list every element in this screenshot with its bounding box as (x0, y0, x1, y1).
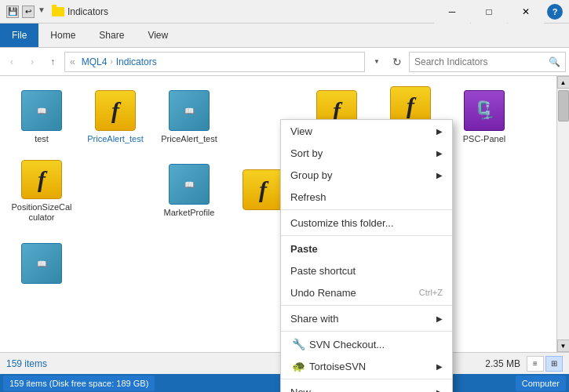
breadcrumb: « MQL4 › Indicators (70, 56, 157, 67)
file-name: MarketProfile (164, 208, 215, 218)
spacer (449, 156, 520, 227)
crumb-indicators[interactable]: Indicators (116, 56, 157, 67)
undo-icon[interactable]: ↩ (22, 5, 35, 18)
tortoise-icon: 🐢 (290, 360, 306, 372)
winrar-icon: 🗜️ (464, 90, 505, 131)
scroll-down-button[interactable]: ▼ (557, 339, 570, 352)
titlebar-quick-access: 💾 ↩ ▼ (6, 5, 46, 18)
menu-item-paste[interactable]: Paste (281, 238, 452, 260)
chevron-right-icon: ▶ (436, 362, 443, 371)
ribbon-tabs: File Home Share View (0, 24, 569, 47)
help-button[interactable]: ? (547, 4, 563, 20)
context-menu: View ▶ Sort by ▶ Group by ▶ Refresh Cust… (280, 119, 453, 392)
scrollbar[interactable]: ▲ ▼ (556, 76, 569, 352)
taskbar-computer[interactable]: Computer (516, 376, 566, 391)
menu-item-sort-by[interactable]: Sort by ▶ (281, 142, 452, 164)
menu-item-refresh[interactable]: Refresh (281, 186, 452, 208)
file-name: PriceAlert_test (161, 134, 217, 144)
menu-item-new[interactable]: New ▶ (281, 381, 452, 392)
menu-item-label: Refresh (290, 191, 443, 203)
minimize-button[interactable]: ─ (434, 0, 470, 24)
list-item[interactable]: 📖 test (6, 82, 77, 153)
script-icon: f (95, 90, 136, 131)
menu-divider (281, 331, 452, 332)
view-toggle: ≡ ⊞ (527, 356, 563, 372)
list-item[interactable]: 📖 MarketProfile (154, 156, 224, 227)
menu-item-paste-shortcut[interactable]: Paste shortcut (281, 260, 452, 281)
crumb-mql4[interactable]: MQL4 (82, 56, 108, 67)
scroll-up-button[interactable]: ▲ (557, 76, 570, 89)
refresh-button[interactable]: ↻ (388, 53, 406, 71)
search-icon: 🔍 (549, 56, 560, 67)
menu-divider (281, 209, 452, 210)
tab-file[interactable]: File (0, 24, 38, 47)
statusbar-right: 2.35 MB ≡ ⊞ (485, 356, 563, 372)
window-title: Indicators (67, 6, 434, 17)
computer-label: Computer (522, 379, 560, 388)
menu-divider (281, 379, 452, 379)
chevron-right-icon: ▶ (436, 388, 443, 393)
tab-view[interactable]: View (136, 24, 180, 47)
list-item[interactable]: 📖 (6, 230, 77, 300)
grid-view-button[interactable]: ⊞ (545, 356, 563, 372)
svn-icon: 🔧 (290, 338, 306, 350)
menu-item-tortoise-svn[interactable]: 🐢 TortoiseSVN ▶ (281, 355, 452, 377)
addressbar: ‹ › ↑ « MQL4 › Indicators ▼ ↻ 🔍 (0, 48, 569, 76)
menu-item-label: New (290, 387, 436, 393)
tab-home[interactable]: Home (38, 24, 87, 47)
maximize-button[interactable]: □ (471, 0, 507, 24)
menu-divider (281, 235, 452, 236)
menu-item-label: View (290, 125, 436, 137)
details-view-button[interactable]: ≡ (527, 356, 544, 372)
menu-item-label: Group by (290, 169, 436, 181)
menu-item-group-by[interactable]: Group by ▶ (281, 164, 452, 186)
menu-item-share-with[interactable]: Share with ▶ (281, 307, 452, 329)
list-item[interactable]: 📖 PriceAlert_test (154, 82, 224, 153)
up-button[interactable]: ↑ (44, 53, 61, 71)
search-input[interactable] (414, 56, 549, 67)
chevron-down-icon[interactable]: ▼ (38, 5, 46, 18)
shortcut-label: Ctrl+Z (419, 288, 443, 297)
list-item[interactable]: f PositionSizeCalculator (6, 156, 77, 227)
book-icon: 📖 (21, 90, 62, 131)
taskbar-detail: 159 items (Disk free space: 189 GB) (3, 376, 155, 391)
menu-item-label: Paste (290, 243, 443, 255)
menu-item-label: Undo Rename (290, 287, 419, 299)
list-item[interactable]: 🗜️ PSC-Panel (449, 82, 520, 153)
menu-divider (281, 305, 452, 306)
crumb-arrow: › (110, 57, 112, 66)
close-button[interactable]: ✕ (508, 0, 544, 24)
crumb-separator: « (70, 56, 75, 67)
chevron-right-icon: ▶ (436, 127, 443, 136)
file-name: PositionSizeCalculator (10, 202, 73, 223)
dropdown-button[interactable]: ▼ (368, 53, 385, 71)
main-area: 📖 test f PriceAlert_test 📖 PriceAlert_te… (0, 76, 569, 352)
menu-item-customize[interactable]: Customize this folder... (281, 212, 452, 234)
menu-item-label: Sort by (290, 147, 436, 159)
menu-item-label: SVN Checkout... (309, 339, 443, 350)
list-item[interactable]: f PriceAlert_test (80, 82, 151, 153)
file-grid: 📖 test f PriceAlert_test 📖 PriceAlert_te… (0, 76, 556, 352)
book-icon: 📖 (21, 243, 62, 284)
tab-share[interactable]: Share (87, 24, 136, 47)
address-box[interactable]: « MQL4 › Indicators (64, 52, 365, 72)
menu-item-view[interactable]: View ▶ (281, 120, 452, 142)
taskbar-detail-text: 159 items (Disk free space: 189 GB) (9, 379, 148, 388)
menu-item-undo-rename[interactable]: Undo Rename Ctrl+Z (281, 281, 452, 303)
scroll-thumb[interactable] (558, 90, 569, 122)
forward-button[interactable]: › (24, 53, 41, 71)
window-controls: ─ □ ✕ (434, 0, 544, 24)
menu-item-label: Customize this folder... (290, 217, 443, 229)
item-count: 159 items (6, 358, 47, 369)
menu-item-svn-checkout[interactable]: 🔧 SVN Checkout... (281, 333, 452, 355)
menu-item-label: TortoiseSVN (309, 361, 436, 372)
chevron-right-icon: ▶ (436, 149, 443, 158)
script-icon: f (243, 169, 283, 210)
ribbon: File Home Share View (0, 24, 569, 48)
save-icon[interactable]: 💾 (6, 5, 19, 18)
file-name: PriceAlert_test (87, 134, 144, 144)
chevron-right-icon: ▶ (436, 314, 443, 323)
back-button[interactable]: ‹ (3, 53, 20, 71)
search-box[interactable]: 🔍 (409, 52, 566, 72)
file-size: 2.35 MB (485, 358, 520, 369)
